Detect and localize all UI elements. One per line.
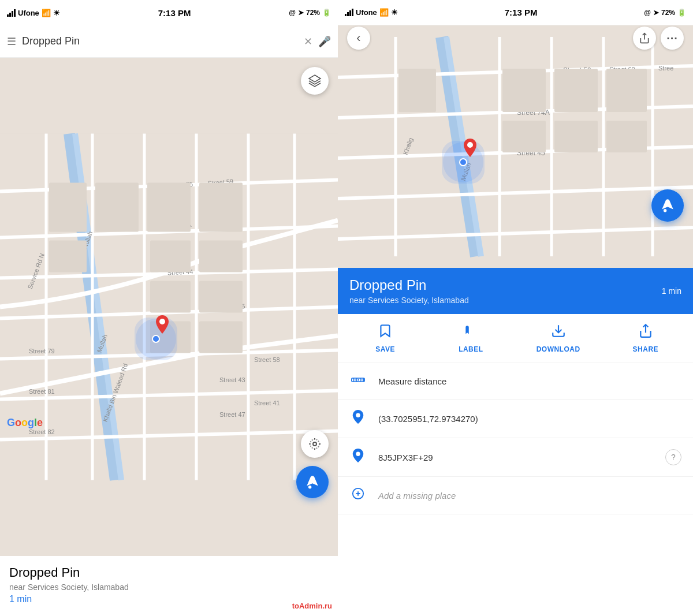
svg-text:Stree: Stree xyxy=(658,65,673,72)
svg-rect-42 xyxy=(199,322,243,353)
svg-point-46 xyxy=(310,439,319,449)
svg-rect-37 xyxy=(150,241,191,272)
svg-point-45 xyxy=(313,442,316,446)
time-right: 7:13 PM xyxy=(505,8,538,17)
carrier-left: Ufone xyxy=(18,9,39,17)
bsl-title: Dropped Pin xyxy=(9,565,329,580)
bhr-info: Dropped Pin near Services Society, Islam… xyxy=(349,277,662,305)
signal-icon xyxy=(7,9,16,17)
navigate-button-left[interactable] xyxy=(296,466,329,498)
label-icon xyxy=(463,323,478,342)
google-logo: Google xyxy=(7,417,43,429)
right-panel: Ufone 📶 ☀ 7:13 PM @ ➤ 72% 🔋 xyxy=(338,0,693,616)
download-action[interactable]: DOWNLOAD xyxy=(536,323,580,353)
plus-code-help-icon[interactable]: ? xyxy=(665,449,681,465)
coords-row[interactable]: (33.7025951,72.9734270) xyxy=(338,400,693,438)
download-label: DOWNLOAD xyxy=(536,345,580,353)
svg-rect-36 xyxy=(49,241,87,272)
download-icon xyxy=(551,323,566,342)
svg-point-94 xyxy=(356,452,360,456)
hamburger-icon[interactable]: ☰ xyxy=(7,35,16,48)
svg-point-93 xyxy=(356,413,360,417)
search-input[interactable] xyxy=(22,35,298,47)
svg-text:Street 79: Street 79 xyxy=(29,348,55,354)
location-button[interactable] xyxy=(301,430,329,458)
search-bar: ☰ ✕ 🎤 xyxy=(0,25,338,58)
label-label: LABEL xyxy=(459,345,483,353)
back-button[interactable]: ‹ xyxy=(347,27,370,50)
layers-button[interactable] xyxy=(301,67,329,95)
save-icon xyxy=(378,323,393,342)
battery-right: 72% xyxy=(661,9,675,17)
dropped-pin-marker-right[interactable] xyxy=(464,139,476,157)
save-action[interactable]: SAVE xyxy=(365,323,405,353)
plus-code-pin-icon xyxy=(349,449,367,466)
share-icon-right[interactable] xyxy=(633,27,656,50)
location-dot-right xyxy=(459,158,467,166)
top-actions-right: ··· xyxy=(633,27,684,50)
svg-text:Street 58: Street 58 xyxy=(254,356,280,363)
bhr-subtitle: near Services Society, Islamabad xyxy=(349,296,662,305)
battery-icon-right: 🔋 xyxy=(677,9,686,17)
svg-rect-73 xyxy=(502,69,546,112)
svg-rect-74 xyxy=(554,69,598,112)
map-area-right[interactable]: Street 75 Street 59 Street 60 Stree Stre… xyxy=(338,25,693,268)
info-list: Measure distance (33.7025951,72.9734270) xyxy=(338,363,693,616)
svg-rect-77 xyxy=(554,121,598,152)
bhr-time: 1 min xyxy=(662,286,681,296)
save-label: SAVE xyxy=(375,345,395,353)
navigate-button-right[interactable] xyxy=(651,189,684,222)
svg-rect-40 xyxy=(199,281,243,313)
brightness-icon: ☀ xyxy=(53,9,60,17)
actions-row: SAVE LABEL DOWNLOAD xyxy=(338,314,693,363)
svg-text:Street 81: Street 81 xyxy=(29,388,55,395)
signal-icon-right xyxy=(345,9,353,16)
add-place-row[interactable]: Add a missing place xyxy=(338,477,693,514)
svg-rect-33 xyxy=(95,183,139,232)
bhr-title: Dropped Pin xyxy=(349,277,662,293)
label-action[interactable]: LABEL xyxy=(450,323,491,353)
share-action[interactable]: SHARE xyxy=(625,323,666,353)
bottom-sheet-left: Dropped Pin near Services Society, Islam… xyxy=(0,556,338,616)
add-place-icon xyxy=(349,487,367,503)
battery-icon-left: 🔋 xyxy=(322,9,331,17)
status-right-left-part: Ufone 📶 ☀ xyxy=(345,8,398,17)
svg-text:Street 47: Street 47 xyxy=(219,411,245,418)
measure-text: Measure distance xyxy=(378,376,681,386)
svg-rect-32 xyxy=(49,183,87,232)
svg-rect-34 xyxy=(147,183,191,232)
left-panel: Ufone 📶 ☀ 7:13 PM @ ➤ 72% 🔋 ☰ ✕ 🎤 xyxy=(0,0,338,616)
svg-rect-75 xyxy=(606,69,647,112)
svg-marker-44 xyxy=(309,75,321,82)
share-icon xyxy=(638,323,653,342)
coords-text: (33.7025951,72.9734270) xyxy=(378,414,681,424)
svg-point-81 xyxy=(664,209,666,212)
svg-rect-48 xyxy=(309,487,311,487)
plus-code-text: 8J5JPX3F+29 xyxy=(378,453,654,462)
at-icon: @ xyxy=(289,9,296,17)
measure-distance-row[interactable]: Measure distance xyxy=(338,363,693,400)
status-right-right: @ ➤ 72% 🔋 xyxy=(644,9,686,17)
location-dot xyxy=(152,335,160,343)
svg-text:Street 43: Street 43 xyxy=(219,376,245,383)
svg-rect-39 xyxy=(150,281,191,313)
plus-code-row[interactable]: 8J5JPX3F+29 ? xyxy=(338,438,693,477)
share-label: SHARE xyxy=(633,345,659,353)
svg-text:Street 41: Street 41 xyxy=(254,400,280,406)
svg-point-79 xyxy=(467,142,473,148)
status-left: Ufone 📶 ☀ xyxy=(7,9,60,17)
search-mic-icon[interactable]: 🎤 xyxy=(318,35,331,48)
bsl-subtitle: near Services Society, Islamabad xyxy=(9,583,329,592)
top-nav-right: ‹ ··· xyxy=(338,25,693,51)
search-clear-icon[interactable]: ✕ xyxy=(304,35,312,48)
svg-text:Street 82: Street 82 xyxy=(29,428,55,435)
map-area-left[interactable]: Street 75 Street 59 Street 74A Street 75… xyxy=(0,58,338,556)
svg-rect-38 xyxy=(199,241,243,272)
time-left: 7:13 PM xyxy=(158,8,191,18)
dropped-pin-marker[interactable] xyxy=(156,315,169,331)
bottom-panel-right: Dropped Pin near Services Society, Islam… xyxy=(338,268,693,616)
svg-rect-72 xyxy=(398,69,436,112)
more-options-icon[interactable]: ··· xyxy=(661,27,684,50)
watermark: tоAdmin.ru xyxy=(292,602,332,610)
at-icon-right: @ xyxy=(644,9,651,17)
